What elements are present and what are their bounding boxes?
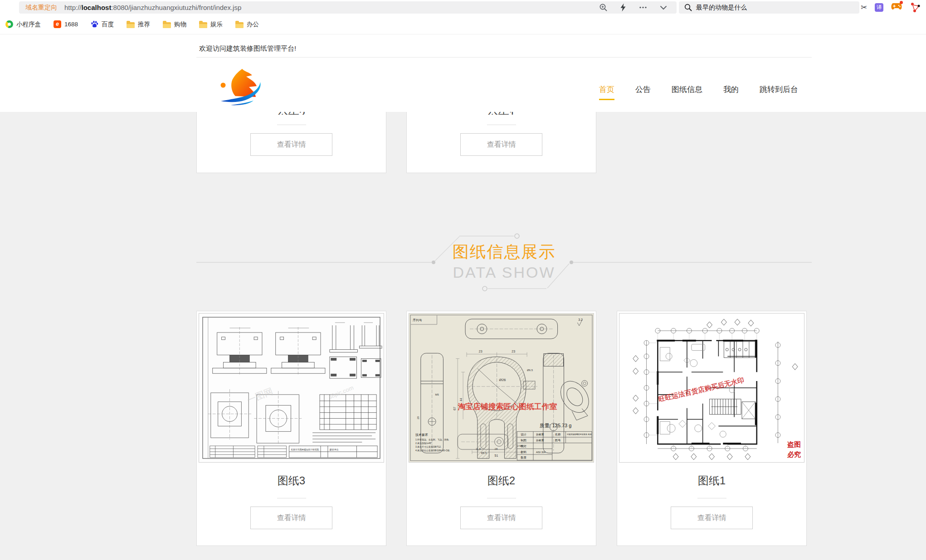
announcement-title-clipped: 公告1 [407,112,596,115]
bookmark-baidu[interactable]: 百度 [91,20,114,29]
header-divider [196,57,812,58]
folder-icon [163,22,171,28]
bookmark-folder-office[interactable]: 办公 [235,20,259,29]
tb-label: 数量 [521,456,526,459]
search-icon [684,4,692,11]
bookmark-folder-shopping[interactable]: 购物 [163,20,186,29]
drawing-card-3: 石家庄市园林规划设计研究院 建设单位 一图网 s8pic.com 图纸3 查看详… [196,311,386,546]
screenshot-icon[interactable]: ✂ [861,3,867,12]
browser-window: 域名重定向 http://localhost:8080/jianzhuzhuan… [0,0,926,560]
expand-icon[interactable] [659,3,668,12]
tb-label: 材料 [520,450,526,454]
announcement-title-clipped: 公告2 [197,112,386,115]
view-detail-button[interactable]: 查看详情 [460,133,542,156]
view-detail-button[interactable]: 查看详情 [250,133,332,156]
card-divider [697,498,726,498]
site-logo[interactable] [217,66,264,107]
share-network-icon[interactable] [910,2,921,13]
data-show-section-header: 图纸信息展示 DATA SHOW [196,231,812,297]
dim-text: 23 [479,350,482,353]
more-icon[interactable] [638,3,648,12]
view-detail-button[interactable]: 查看详情 [250,507,332,529]
dim-text: M5 [435,393,439,396]
note-line: 4.未注形位公差按GB/1184-80-C级. [415,449,450,452]
cad-drawing-foundation: 石家庄市园林规划设计研究院 建设单位 一图网 s8pic.com [199,314,384,462]
bookmarks-bar: 小程序盒 e1688 百度 推荐 购物 娱乐 办公 [0,14,926,34]
bookmark-1688[interactable]: e1688 [54,20,78,28]
card-divider [487,498,516,498]
view-detail-button[interactable]: 查看详情 [460,507,542,529]
search-query: 最早的动物是什么 [696,4,747,12]
redirect-label: 域名重定向 [19,4,64,12]
tb-label: 设计 [521,433,526,436]
drawing-title: 图纸2 [407,473,596,488]
nav-drawings[interactable]: 图纸信息 [672,84,702,100]
drawing-thumbnail-1[interactable]: 旺旺运法百货店购买后无水印 盗图 必究 [619,313,804,463]
search-input[interactable]: 最早的动物是什么 [679,1,859,14]
tb-label: 制图 [521,439,526,442]
dim-text: R5.5 [481,452,487,454]
browser-chrome: 域名重定向 http://localhost:8080/jianzhuzhuan… [0,0,926,14]
extension-icons: ✂ 译 [861,0,926,14]
folder-icon [127,22,135,28]
anti-theft-text-2: 必究 [787,451,801,458]
tb-label: 校对 [520,444,526,448]
dim-text: 51 [495,454,498,457]
titleblock-unit-text: 建设单位 [329,448,339,451]
drawing-title: 图纸1 [617,473,806,488]
announcement-card: 公告1 查看详情 [406,112,596,173]
tb-value: AISI 304 [536,451,546,454]
view-detail-button[interactable]: 查看详情 [671,507,753,529]
section-title: 图纸信息展示 [196,241,812,263]
address-bar[interactable]: 域名重定向 http://localhost:8080/jianzhuzhuan… [19,1,677,14]
note-line: 1.所有锐边、去毛刺、飞边、倒角. [415,438,449,441]
lightning-icon[interactable] [619,3,627,12]
titleblock-org-text: 石家庄市园林规划设计研究院 [291,448,319,451]
card-divider [277,498,306,498]
tb-part-name: 卡箍拼接圆槽通用安装块-磨具 [566,433,591,435]
dim-text: 28 [495,448,498,450]
folder-icon [199,22,207,28]
games-icon[interactable] [891,2,902,12]
folder-icon [235,22,244,28]
drawing-card-1: 旺旺运法百货店购买后无水印 盗图 必究 图纸1 查看详情 [617,311,807,546]
translate-icon[interactable]: 译 [875,3,883,12]
nav-backend[interactable]: 跳转到后台 [760,84,798,100]
tb-value: 孙树雁 [536,433,544,436]
section-subtitle: DATA SHOW [196,264,812,281]
nav-announcements[interactable]: 公告 [635,84,651,100]
dim-text: 11.5 [476,448,481,450]
taobao-watermark-text: 淘宝店铺搜索匠心图纸工作室 [458,402,557,411]
mass-text: 质量: 125.73 g [540,423,571,428]
dim-text: Ø6.5 [527,369,533,372]
card-divider [277,125,306,125]
nav-home[interactable]: 首页 [599,84,614,100]
tb-label: 名称 [555,433,561,436]
note-line: 3.未注尺寸公差按GB/T12. [415,445,441,448]
dim-text: 20 [417,416,419,419]
bookmark-folder-fun[interactable]: 娱乐 [199,20,223,29]
serial-label: 序列号 [413,319,422,322]
miniprogram-icon [5,20,13,28]
drawing-card-2: 序列号 3.2 [406,311,596,546]
card-divider [487,125,516,125]
page-background: 欢迎访问建筑装修图纸管理平台! 首页 公告 图纸信息 我的 [0,34,926,560]
dim-text: 67 [453,407,456,410]
baidu-paw-icon [91,20,98,28]
dim-text: 23 [512,350,515,353]
dim-text: 44 [459,398,463,401]
drawing-thumbnail-3[interactable]: 石家庄市园林规划设计研究院 建设单位 一图网 s8pic.com [199,313,384,463]
anti-theft-text-1: 盗图 [787,441,801,448]
zoom-in-icon[interactable] [599,3,608,12]
drawing-title: 图纸3 [197,473,386,488]
nav-mine[interactable]: 我的 [723,84,739,100]
drawing-thumbnail-2[interactable]: 序列号 3.2 [409,313,594,463]
announcement-card: 公告2 查看详情 [196,112,386,173]
welcome-text: 欢迎访问建筑装修图纸管理平台! [199,44,296,53]
url-text[interactable]: http://localhost:8080/jianzhuzhuangxiutu… [64,4,241,11]
site-header: 欢迎访问建筑装修图纸管理平台! 首页 公告 图纸信息 我的 [0,34,926,112]
bookmark-miniprogram[interactable]: 小程序盒 [5,20,41,29]
note-line: 2.未注倒角1x45°. [415,442,433,445]
main-nav: 首页 公告 图纸信息 我的 跳转到后台 [599,84,798,100]
bookmark-folder-recommend[interactable]: 推荐 [127,20,150,29]
